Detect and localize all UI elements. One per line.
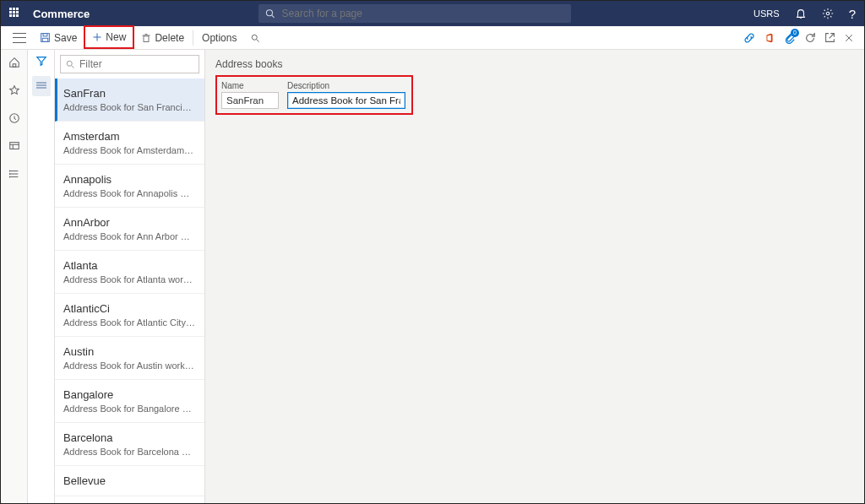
list-scroll[interactable]: SanFranAddress Book for San Francisco st… [55,79,204,503]
options-button[interactable]: Options [195,27,243,49]
list-item-title: Barcelona [63,431,196,444]
list-item-title: Bangalore [63,388,196,401]
link-icon[interactable] [743,32,755,44]
svg-rect-8 [144,35,149,41]
help-icon[interactable]: ? [849,7,856,21]
description-input[interactable] [287,92,405,109]
command-bar: Save New Delete Options 0 [1,26,864,50]
svg-rect-15 [13,64,16,68]
list-view-icon[interactable] [32,76,51,96]
list-item[interactable]: SanFranAddress Book for San Francisco st… [55,79,204,122]
bell-icon[interactable] [795,8,807,19]
list-item[interactable]: BarcelonaAddress Book for Barcelona work… [55,423,204,466]
attachment-icon[interactable]: 0 [784,32,796,44]
save-button[interactable]: Save [33,27,84,49]
topbar: Commerce USRS ? [1,1,864,26]
list-item-title: Amsterdam [63,130,196,143]
modules-icon[interactable] [8,168,20,182]
list-item[interactable]: BangaloreAddress Book for Bangalore work… [55,380,204,423]
trash-icon [141,33,151,43]
detail-panel: Address books Name Description [205,50,864,503]
svg-line-12 [257,39,259,41]
filter-search-icon [65,59,75,69]
list-item-title: Atlanta [63,259,196,272]
save-icon [40,32,51,43]
detail-heading: Address books [215,58,854,70]
list-item-sub: Address Book for Austin workers [63,360,196,371]
left-rail [1,50,28,503]
form-highlight: Name Description [215,75,413,115]
new-button[interactable]: New [84,25,134,49]
attachment-count: 0 [791,29,799,37]
list-item-title: AnnArbor [63,216,196,229]
popout-icon[interactable] [824,32,835,43]
list-item-title: SanFran [63,87,196,100]
close-icon[interactable] [844,33,854,43]
list-item[interactable]: AmsterdamAddress Book for Amsterdam work… [55,122,204,165]
list-item[interactable]: Bellevue [55,466,204,496]
command-bar-right: 0 [743,32,859,44]
star-icon[interactable] [8,84,20,99]
find-button[interactable] [243,27,267,49]
list-item-sub: Address Book for Ann Arbor workers [63,231,196,241]
delete-label: Delete [155,32,184,44]
list-item-sub: Address Book for Atlanta workers [63,274,196,285]
new-label: New [106,31,126,43]
office-icon[interactable] [764,32,775,44]
filter-icon[interactable] [35,55,47,69]
list-item-sub: Address Book for Barcelona workers [63,447,196,457]
main-area: SanFranAddress Book for San Francisco st… [1,50,864,503]
svg-point-23 [9,171,10,171]
search-icon [265,8,275,19]
home-icon[interactable] [8,57,20,71]
list-item-sub: Address Book for Atlantic City workers [63,317,196,328]
description-label: Description [287,81,405,90]
save-label: Save [54,32,77,44]
list-item[interactable]: AustinAddress Book for Austin workers [55,337,204,380]
global-search-input[interactable] [282,8,565,19]
list-item[interactable]: AtlantaAddress Book for Atlanta workers [55,251,204,294]
plus-icon [92,32,102,42]
name-label: Name [221,81,279,90]
options-label: Options [202,32,237,44]
separator [193,30,193,46]
gear-icon[interactable] [822,8,834,19]
list-panel: SanFranAddress Book for San Francisco st… [55,50,205,503]
app-launcher-icon[interactable] [9,8,21,19]
list-item-title: Bellevue [63,474,196,487]
list-item[interactable]: AtlanticCiAddress Book for Atlantic City… [55,294,204,337]
svg-point-25 [9,176,10,177]
list-item-sub: Address Book for Bangalore workers [63,404,196,414]
svg-rect-17 [9,143,19,149]
svg-rect-5 [42,38,48,41]
name-field: Name [221,81,279,109]
list-item-sub: Address Book for San Francisco store wor… [63,102,196,112]
find-icon [250,33,260,43]
list-item-sub: Address Book for Annapolis workers [63,188,196,198]
svg-point-2 [826,12,830,15]
svg-point-11 [253,35,258,40]
svg-line-1 [272,15,275,18]
list-item-title: Annapolis [63,173,196,186]
refresh-icon[interactable] [804,32,816,44]
list-filter-input[interactable] [60,55,199,73]
user-label[interactable]: USRS [753,8,780,19]
workspace-icon[interactable] [8,140,20,154]
menu-icon[interactable] [13,33,26,43]
svg-point-0 [267,10,273,16]
brand-label: Commerce [33,8,90,20]
svg-point-29 [67,61,72,66]
nav-toggle-col [28,50,55,503]
description-field: Description [287,81,405,109]
list-item[interactable]: AnnArborAddress Book for Ann Arbor worke… [55,208,204,251]
list-item-title: Austin [63,345,196,358]
list-item[interactable]: AnnapolisAddress Book for Annapolis work… [55,165,204,208]
svg-line-30 [72,66,74,68]
delete-button[interactable]: Delete [134,27,191,49]
list-item-title: AtlanticCi [63,302,196,315]
svg-point-24 [9,174,10,175]
svg-rect-4 [43,34,47,36]
global-search[interactable] [258,4,571,23]
name-input[interactable] [221,92,279,109]
recent-icon[interactable] [8,112,20,127]
